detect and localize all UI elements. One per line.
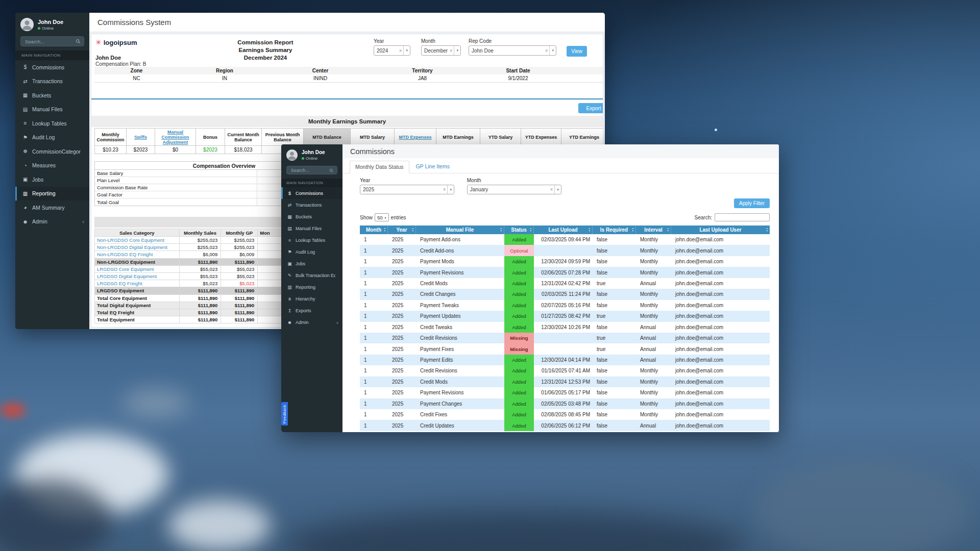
column-header-year[interactable]: Year▲▼ bbox=[388, 226, 416, 234]
sales-category-link[interactable]: Non-LRGDSO Equipment bbox=[95, 259, 180, 266]
tab-gp-line-items[interactable]: GP Line Items bbox=[410, 160, 455, 173]
month-select[interactable]: January × ▾ bbox=[467, 185, 561, 194]
table-row[interactable]: 1 2025 Credit Revisions Missing true Ann… bbox=[360, 333, 770, 343]
tab-monthly-data-status[interactable]: Monthly Data Status bbox=[350, 161, 409, 173]
dropdown-caret-icon[interactable]: ▾ bbox=[403, 46, 410, 55]
table-row[interactable]: 1 2025 Credit Fixes Added 02/08/2025 08:… bbox=[360, 409, 770, 420]
sales-category-link[interactable]: Total EQ Freight bbox=[95, 309, 180, 316]
sidebar-item[interactable]: ▥ Reporting bbox=[281, 281, 342, 293]
export-button[interactable]: Export bbox=[578, 103, 603, 113]
sidebar-item[interactable]: ◕ AM Summary bbox=[15, 201, 89, 215]
sidebar-item[interactable]: ⚑ Audit Log bbox=[281, 246, 342, 258]
sales-category-link[interactable]: Non-LRGDSO Core Equipment bbox=[95, 237, 180, 244]
rep-code-select[interactable]: John Doe × ▾ bbox=[469, 45, 556, 56]
earnings-header-cell[interactable]: Previous Month Balance bbox=[262, 128, 304, 146]
sidebar-item[interactable]: ✎ Bulk Transaction Editor bbox=[281, 269, 342, 281]
clear-icon[interactable]: × bbox=[544, 48, 550, 54]
table-row[interactable]: 1 2025 Payment Updates Added 01/27/2025 … bbox=[360, 311, 770, 321]
page-size-select[interactable]: 50 ▾ bbox=[375, 213, 389, 221]
table-row[interactable]: 1 2025 Credit Add-ons Optional false Mon… bbox=[360, 245, 770, 256]
view-button[interactable]: View bbox=[567, 46, 587, 57]
dropdown-caret-icon[interactable]: ▾ bbox=[549, 46, 556, 55]
year-select[interactable]: 2025 × ▾ bbox=[360, 185, 454, 194]
earnings-header-cell[interactable]: Manual Commission Adjustment bbox=[155, 128, 196, 146]
sales-category-link[interactable]: Total Digital Equipment bbox=[95, 302, 180, 309]
sales-category-link[interactable]: Non-LRGDSO Digital Equipment bbox=[95, 244, 180, 251]
table-row[interactable]: 1 2025 Credit Mods Added 12/31/2024 02:4… bbox=[360, 278, 770, 289]
column-header-month[interactable]: Month▲▼ bbox=[360, 226, 388, 234]
earnings-header-cell[interactable]: Bonus bbox=[196, 128, 225, 146]
sort-icon[interactable]: ▲▼ bbox=[589, 227, 591, 232]
column-header-last-upload-user[interactable]: Last Upload User▲▼ bbox=[671, 226, 770, 234]
sidebar-item[interactable]: ↥ Exports bbox=[281, 305, 342, 316]
year-select[interactable]: 2024 × ▾ bbox=[374, 45, 410, 56]
table-row[interactable]: 1 2025 Payment Revisions Added 02/06/202… bbox=[360, 267, 770, 278]
table-row[interactable]: 1 2025 Credit Tweaks Added 12/30/2024 10… bbox=[360, 322, 770, 333]
earnings-header-cell[interactable]: YTD Salary bbox=[480, 128, 521, 146]
column-header-is-required[interactable]: Is Required▲▼ bbox=[593, 226, 636, 234]
sidebar-item[interactable]: ⇄ Transactions bbox=[281, 199, 342, 211]
table-search-input[interactable] bbox=[715, 213, 770, 221]
sales-category-link[interactable]: LRGDSO Equipment bbox=[95, 287, 180, 294]
earnings-header-cell[interactable]: MTD Expenses bbox=[395, 128, 436, 146]
sidebar-item[interactable]: ⋔ Hierarchy bbox=[281, 293, 342, 305]
sort-icon[interactable]: ▲▼ bbox=[766, 227, 768, 232]
sidebar-item[interactable]: $ Commissions bbox=[15, 60, 89, 74]
sales-category-link[interactable]: Total Equipment bbox=[95, 316, 180, 323]
table-row[interactable]: 1 2025 Payment Revisions Added 01/06/202… bbox=[360, 387, 770, 398]
sidebar-item[interactable]: ▣ Jobs bbox=[15, 172, 89, 187]
sidebar-item[interactable]: ⇄ Transactions bbox=[15, 74, 89, 89]
earnings-header-cell[interactable]: MTD Balance bbox=[304, 128, 351, 146]
sidebar-item[interactable]: ▣ Jobs bbox=[281, 258, 342, 269]
sales-category-link[interactable]: Non-LRGDSO EQ Freight bbox=[95, 251, 180, 258]
table-row[interactable]: 1 2025 Payment Edits Added 12/30/2024 04… bbox=[360, 355, 770, 365]
dropdown-caret-icon[interactable]: ▾ bbox=[554, 185, 561, 194]
earnings-header-cell[interactable]: YTD Expenses bbox=[521, 128, 561, 146]
column-header-interval[interactable]: Interval▲▼ bbox=[636, 226, 671, 234]
column-header-status[interactable]: Status▲▼ bbox=[504, 226, 534, 234]
table-row[interactable]: 1 2025 Credit Mods Added 12/31/2024 12:5… bbox=[360, 377, 770, 387]
earnings-header-cell[interactable]: MTD Salary bbox=[351, 128, 395, 146]
sidebar-item[interactable]: ☻ Admin ‹ bbox=[15, 215, 89, 229]
search-icon[interactable] bbox=[329, 168, 334, 173]
earnings-header-cell[interactable]: MTD Earnings bbox=[436, 128, 480, 146]
month-select[interactable]: December × ▾ bbox=[421, 45, 461, 56]
dropdown-caret-icon[interactable]: ▾ bbox=[447, 185, 454, 194]
clear-icon[interactable]: × bbox=[548, 187, 554, 192]
sort-icon[interactable]: ▲▼ bbox=[632, 227, 634, 232]
feedback-button[interactable]: Feedback bbox=[281, 402, 288, 425]
clear-icon[interactable]: × bbox=[442, 187, 448, 192]
sidebar-item[interactable]: ☻ Admin ‹ bbox=[281, 316, 342, 328]
table-row[interactable]: 1 2025 Credit Revisions Added 01/16/2025… bbox=[360, 365, 770, 376]
sidebar-item[interactable]: ▦ Buckets bbox=[281, 211, 342, 222]
sidebar-item[interactable]: ◔ Measures bbox=[15, 159, 89, 173]
sales-category-link[interactable]: LRGDSO EQ Freight bbox=[95, 280, 180, 287]
sales-category-link[interactable]: Total Core Equipment bbox=[95, 295, 180, 302]
sidebar-item[interactable]: ≡ Lookup Tables bbox=[15, 116, 89, 131]
earnings-header-cell[interactable]: Current Month Balance bbox=[225, 128, 262, 146]
dropdown-caret-icon[interactable]: ▾ bbox=[454, 46, 460, 55]
dropdown-caret-icon[interactable]: ▾ bbox=[385, 216, 386, 219]
sales-category-link[interactable]: LRGDSO Core Equipment bbox=[95, 266, 180, 273]
sort-icon[interactable]: ▲▼ bbox=[384, 227, 386, 232]
sidebar-item[interactable]: ⚑ Audit Log bbox=[15, 131, 89, 145]
apply-filter-button[interactable]: Apply Filter bbox=[734, 198, 770, 208]
table-row[interactable]: 1 2025 Payment Tweaks Added 02/07/2025 0… bbox=[360, 300, 770, 311]
table-row[interactable]: 1 2025 Payment Fixes Missing true Annual… bbox=[360, 343, 770, 354]
table-row[interactable]: 1 2025 Payment Changes Added 02/05/2025 … bbox=[360, 398, 770, 409]
sidebar-item[interactable]: ▥ Reporting bbox=[15, 187, 89, 201]
sort-icon[interactable]: ▲▼ bbox=[412, 227, 414, 232]
table-row[interactable]: 1 2025 Payment Mods Added 12/30/2024 09:… bbox=[360, 256, 770, 267]
sidebar-item[interactable]: $ Commissions bbox=[281, 187, 342, 199]
sort-icon[interactable]: ▲▼ bbox=[667, 227, 669, 232]
sidebar-item[interactable]: ▦ Buckets bbox=[15, 88, 89, 103]
sidebar-item[interactable]: ▤ Manual Files bbox=[281, 222, 342, 234]
search-icon[interactable] bbox=[76, 39, 81, 44]
sidebar-item[interactable]: ≡ Lookup Tables bbox=[281, 234, 342, 246]
clear-icon[interactable]: × bbox=[398, 48, 404, 54]
table-row[interactable]: 1 2025 Credit Changes Added 02/03/2025 1… bbox=[360, 289, 770, 299]
sidebar-item[interactable]: ☸ CommissionCategories bbox=[15, 144, 89, 159]
column-header-last-upload[interactable]: Last Upload▲▼ bbox=[534, 226, 593, 234]
search-input[interactable] bbox=[20, 36, 84, 46]
earnings-header-cell[interactable]: Spiffs bbox=[127, 128, 155, 146]
